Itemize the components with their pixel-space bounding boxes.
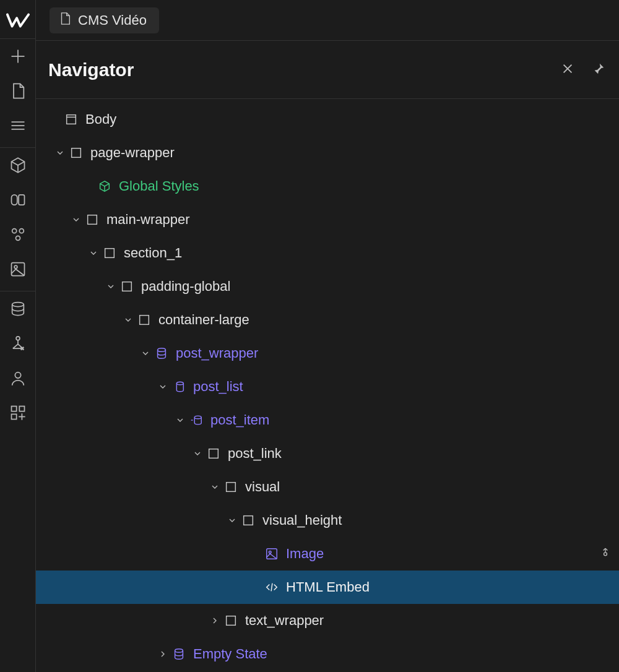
- collection-item-icon: [187, 413, 206, 427]
- svg-rect-36: [140, 316, 149, 325]
- svg-line-17: [12, 344, 17, 348]
- tree-item-post-link[interactable]: post_link: [36, 437, 619, 470]
- svg-point-9: [19, 229, 24, 233]
- svg-point-12: [14, 265, 17, 269]
- tree-label: visual_height: [262, 512, 342, 528]
- svg-line-53: [271, 584, 272, 592]
- component-icon: [95, 179, 114, 193]
- chevron-down-icon[interactable]: [104, 282, 118, 291]
- navigator-header: Navigator: [36, 41, 619, 99]
- webflow-logo[interactable]: [0, 2, 36, 38]
- settings-indicator-icon[interactable]: [599, 546, 612, 562]
- embed-icon: [262, 580, 281, 594]
- apps-icon[interactable]: [7, 402, 28, 423]
- tree-item-body[interactable]: Body: [36, 103, 619, 136]
- tree-item-image[interactable]: Image: [36, 537, 619, 571]
- tree-label: post_wrapper: [176, 345, 258, 361]
- navigator-tool-icon[interactable]: [7, 115, 28, 136]
- svg-rect-46: [244, 516, 253, 525]
- svg-rect-45: [227, 483, 236, 492]
- div-icon: [239, 514, 258, 527]
- svg-point-48: [269, 551, 271, 553]
- svg-rect-44: [209, 449, 219, 459]
- tree-item-post-list[interactable]: post_list: [36, 370, 619, 403]
- tree-item-section-1[interactable]: section_1: [36, 236, 619, 270]
- svg-rect-54: [227, 616, 236, 626]
- chevron-down-icon[interactable]: [69, 215, 83, 225]
- collection-icon: [170, 647, 188, 661]
- tree-label: text_wrapper: [245, 613, 324, 629]
- pages-icon[interactable]: [7, 80, 28, 101]
- div-icon: [204, 447, 223, 460]
- chevron-down-icon[interactable]: [156, 382, 170, 392]
- tree-label: section_1: [124, 245, 182, 261]
- tree-item-global-styles[interactable]: Global Styles: [36, 170, 619, 203]
- svg-rect-23: [19, 407, 24, 411]
- users-icon[interactable]: [7, 368, 28, 389]
- tree-label: Image: [286, 546, 324, 562]
- tree-label: post_list: [193, 379, 243, 395]
- page-tab-label: CMS Vidéo: [78, 12, 147, 28]
- svg-rect-7: [19, 195, 24, 205]
- chevron-down-icon[interactable]: [139, 348, 152, 358]
- chevron-down-icon[interactable]: [191, 449, 204, 459]
- tree-label: page-wrapper: [90, 145, 175, 161]
- tree-item-html-embed[interactable]: HTML Embed: [36, 571, 619, 604]
- tree-label: post_link: [228, 446, 282, 462]
- chevron-down-icon[interactable]: [87, 248, 100, 258]
- svg-rect-29: [67, 115, 76, 124]
- chevron-right-icon[interactable]: [156, 649, 170, 659]
- logic-icon[interactable]: [7, 333, 28, 354]
- tree-label: Global Styles: [119, 178, 199, 194]
- tree-item-post-wrapper[interactable]: post_wrapper: [36, 337, 619, 370]
- tree-label: Body: [85, 111, 116, 127]
- tree-item-post-item[interactable]: post_item: [36, 403, 619, 437]
- pin-icon[interactable]: [592, 62, 605, 78]
- tree-label: Empty State: [193, 646, 267, 662]
- svg-point-13: [12, 303, 24, 307]
- collection-list-icon: [170, 380, 188, 394]
- page-tab[interactable]: CMS Vidéo: [50, 7, 159, 33]
- close-icon[interactable]: [561, 62, 574, 78]
- tree-item-main-wrapper[interactable]: main-wrapper: [36, 203, 619, 236]
- styles-icon[interactable]: [7, 224, 28, 245]
- tree-label: container-large: [158, 312, 249, 328]
- main-area: CMS Vidéo Navigator Body page-wrapper: [36, 0, 619, 672]
- panel-title: Navigator: [48, 59, 561, 80]
- svg-point-8: [12, 229, 16, 233]
- div-icon: [100, 246, 119, 260]
- svg-rect-6: [11, 195, 17, 205]
- tree-label: visual: [245, 479, 280, 495]
- tree-label: padding-global: [141, 278, 230, 295]
- tree-label: post_item: [210, 412, 269, 428]
- cms-icon[interactable]: [7, 298, 28, 319]
- tree-item-visual[interactable]: visual: [36, 470, 619, 504]
- svg-point-49: [604, 553, 607, 556]
- left-toolbar: [0, 0, 36, 672]
- chevron-down-icon[interactable]: [121, 315, 135, 325]
- components-icon[interactable]: [7, 155, 28, 176]
- tree-item-empty-state[interactable]: Empty State: [36, 637, 619, 671]
- tree-label: HTML Embed: [286, 579, 370, 595]
- add-tool-icon[interactable]: [7, 46, 28, 67]
- chevron-right-icon[interactable]: [208, 616, 222, 626]
- assets-icon[interactable]: [7, 259, 28, 280]
- chevron-down-icon[interactable]: [173, 415, 187, 425]
- image-icon: [262, 547, 281, 561]
- tree-item-visual-height[interactable]: visual_height: [36, 504, 619, 537]
- variables-icon[interactable]: [7, 189, 28, 210]
- tree-item-padding-global[interactable]: padding-global: [36, 270, 619, 303]
- chevron-down-icon[interactable]: [53, 148, 67, 158]
- div-icon: [135, 313, 154, 327]
- tree-item-text-wrapper[interactable]: text_wrapper: [36, 604, 619, 637]
- chevron-down-icon[interactable]: [208, 482, 222, 492]
- collection-icon: [152, 347, 171, 360]
- svg-point-43: [194, 416, 201, 419]
- tree-item-page-wrapper[interactable]: page-wrapper: [36, 136, 619, 170]
- page-icon: [58, 12, 72, 29]
- chevron-down-icon[interactable]: [225, 515, 239, 525]
- svg-rect-31: [72, 149, 81, 158]
- tree-item-container-large[interactable]: container-large: [36, 303, 619, 337]
- div-icon: [222, 614, 240, 627]
- svg-rect-35: [123, 282, 132, 291]
